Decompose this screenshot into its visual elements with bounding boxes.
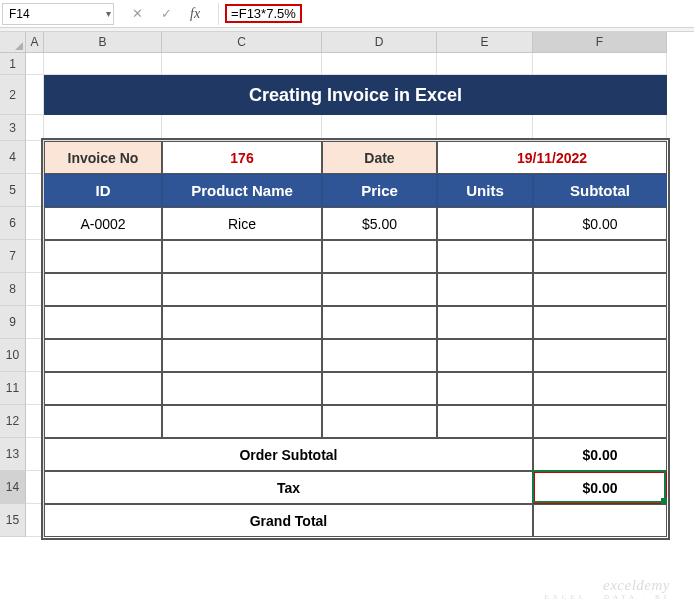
row-header-5[interactable]: 5 xyxy=(0,174,26,207)
cell-E1[interactable] xyxy=(437,53,533,75)
page-title: Creating Invoice in Excel xyxy=(44,75,667,115)
cell-price[interactable] xyxy=(322,306,437,339)
col-header-A[interactable]: A xyxy=(26,32,44,53)
cell-A11[interactable] xyxy=(26,372,44,405)
cell-id[interactable]: A-0002 xyxy=(44,207,162,240)
cell-price[interactable] xyxy=(322,405,437,438)
cell-A1[interactable] xyxy=(26,53,44,75)
formula-input[interactable]: =F13*7.5% xyxy=(218,3,694,25)
row-header-3[interactable]: 3 xyxy=(0,115,26,141)
cell-A14[interactable] xyxy=(26,471,44,504)
row-header-2[interactable]: 2 xyxy=(0,75,26,115)
cell-pname[interactable] xyxy=(162,339,322,372)
cell-units[interactable] xyxy=(437,240,533,273)
col-header-F[interactable]: F xyxy=(533,32,667,53)
grid-body: 123456789101112131415 Creating Invoice i… xyxy=(0,53,694,537)
col-price: Price xyxy=(322,174,437,207)
table-row xyxy=(44,372,667,405)
cell-price[interactable] xyxy=(322,240,437,273)
cell-A9[interactable] xyxy=(26,306,44,339)
cell-pname[interactable] xyxy=(162,405,322,438)
cell-price[interactable] xyxy=(322,372,437,405)
row-header-13[interactable]: 13 xyxy=(0,438,26,471)
row-header-1[interactable]: 1 xyxy=(0,53,26,75)
cell-A7[interactable] xyxy=(26,240,44,273)
cell-F3[interactable] xyxy=(533,115,667,141)
order-subtotal-value[interactable]: $0.00 xyxy=(533,438,667,471)
cell-A10[interactable] xyxy=(26,339,44,372)
col-subtotal: Subtotal xyxy=(533,174,667,207)
row-header-12[interactable]: 12 xyxy=(0,405,26,438)
row-header-9[interactable]: 9 xyxy=(0,306,26,339)
cell-id[interactable] xyxy=(44,273,162,306)
cell-A8[interactable] xyxy=(26,273,44,306)
row-header-7[interactable]: 7 xyxy=(0,240,26,273)
cell-E3[interactable] xyxy=(437,115,533,141)
cell-C3[interactable] xyxy=(162,115,322,141)
col-header-B[interactable]: B xyxy=(44,32,162,53)
cell-A12[interactable] xyxy=(26,405,44,438)
cell-units[interactable] xyxy=(437,273,533,306)
cell-A13[interactable] xyxy=(26,438,44,471)
cell-price[interactable]: $5.00 xyxy=(322,207,437,240)
cell-subtotal[interactable] xyxy=(533,405,667,438)
cell-units[interactable] xyxy=(437,405,533,438)
row-header-4[interactable]: 4 xyxy=(0,141,26,174)
col-header-C[interactable]: C xyxy=(162,32,322,53)
cell-B3[interactable] xyxy=(44,115,162,141)
cell-pname[interactable] xyxy=(162,240,322,273)
cell-A4[interactable] xyxy=(26,141,44,174)
cell-subtotal[interactable] xyxy=(533,306,667,339)
fx-icon[interactable]: fx xyxy=(190,6,200,22)
cell-subtotal[interactable]: $0.00 xyxy=(533,207,667,240)
date-value[interactable]: 19/11/2022 xyxy=(437,141,667,174)
row-header-8[interactable]: 8 xyxy=(0,273,26,306)
cell-A6[interactable] xyxy=(26,207,44,240)
cell-units[interactable] xyxy=(437,207,533,240)
cell-units[interactable] xyxy=(437,372,533,405)
cell-units[interactable] xyxy=(437,306,533,339)
cell-subtotal[interactable] xyxy=(533,339,667,372)
cell-pname[interactable] xyxy=(162,306,322,339)
col-header-E[interactable]: E xyxy=(437,32,533,53)
cell-B1[interactable] xyxy=(44,53,162,75)
tax-value[interactable]: $0.00 xyxy=(533,471,667,504)
cell-price[interactable] xyxy=(322,273,437,306)
invoice-no-value[interactable]: 176 xyxy=(162,141,322,174)
cell-subtotal[interactable] xyxy=(533,372,667,405)
cancel-icon[interactable]: ✕ xyxy=(132,6,143,21)
cell-pname[interactable] xyxy=(162,273,322,306)
row-header-15[interactable]: 15 xyxy=(0,504,26,537)
col-header-D[interactable]: D xyxy=(322,32,437,53)
cell-D1[interactable] xyxy=(322,53,437,75)
row-header-6[interactable]: 6 xyxy=(0,207,26,240)
cell-pname[interactable]: Rice xyxy=(162,207,322,240)
cell-F1[interactable] xyxy=(533,53,667,75)
name-box[interactable]: F14 ▾ xyxy=(2,3,114,25)
cell-price[interactable] xyxy=(322,339,437,372)
cell-subtotal[interactable] xyxy=(533,273,667,306)
cell-A5[interactable] xyxy=(26,174,44,207)
row-header-10[interactable]: 10 xyxy=(0,339,26,372)
cell-C1[interactable] xyxy=(162,53,322,75)
cell-units[interactable] xyxy=(437,339,533,372)
cell-pname[interactable] xyxy=(162,372,322,405)
cell-A3[interactable] xyxy=(26,115,44,141)
name-box-dropdown-icon[interactable]: ▾ xyxy=(106,8,111,19)
cell-A15[interactable] xyxy=(26,504,44,537)
select-all-corner[interactable] xyxy=(0,32,26,53)
cell-id[interactable] xyxy=(44,240,162,273)
cell-A2[interactable] xyxy=(26,75,44,115)
cell-D3[interactable] xyxy=(322,115,437,141)
cell-subtotal[interactable] xyxy=(533,240,667,273)
row-header-14[interactable]: 14 xyxy=(0,471,26,504)
row-header-11[interactable]: 11 xyxy=(0,372,26,405)
cell-id[interactable] xyxy=(44,405,162,438)
cell-id[interactable] xyxy=(44,372,162,405)
column-header-row: ABCDEF xyxy=(0,32,694,53)
cell-id[interactable] xyxy=(44,339,162,372)
confirm-icon[interactable]: ✓ xyxy=(161,6,172,21)
cell-id[interactable] xyxy=(44,306,162,339)
table-row xyxy=(44,306,667,339)
grand-total-value[interactable] xyxy=(533,504,667,537)
